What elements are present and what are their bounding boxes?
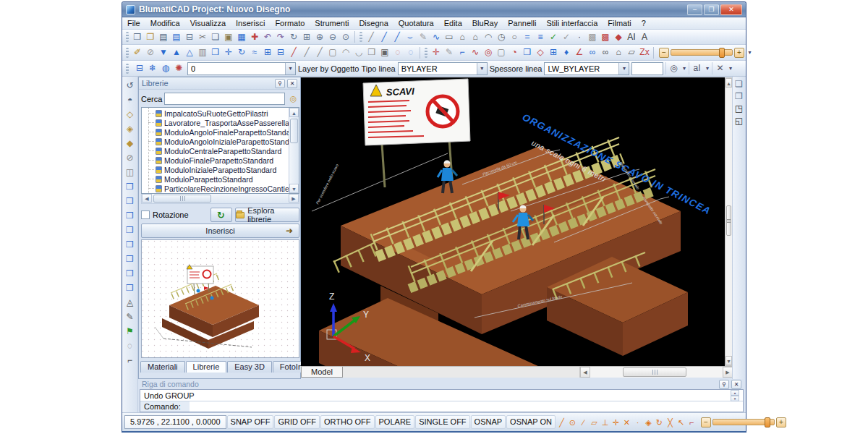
status-toggle[interactable]: OSNAP ON bbox=[506, 415, 556, 429]
chamfer-icon[interactable]: ◠ bbox=[339, 46, 352, 59]
scroll-thumb[interactable] bbox=[153, 195, 211, 203]
render-region-icon[interactable]: ◫ bbox=[124, 165, 137, 179]
status-toggle[interactable]: GRID OFF bbox=[274, 415, 320, 429]
scroll-track[interactable] bbox=[289, 117, 299, 184]
toolbar-grip[interactable] bbox=[126, 48, 129, 58]
color-swatch[interactable] bbox=[631, 62, 663, 75]
inserisci-button[interactable]: Inserisci ➜ bbox=[141, 224, 299, 238]
scroll-up-icon[interactable]: ▲ bbox=[289, 108, 299, 117]
slider-plus-button[interactable]: + bbox=[776, 417, 786, 427]
scroll-down-icon[interactable]: ▼ bbox=[726, 356, 732, 365]
maximize-button[interactable]: ❐ bbox=[704, 4, 719, 15]
layers-copy-icon[interactable]: ❏ bbox=[733, 78, 746, 90]
library-item[interactable]: ModuloCentraleParapettoStandard bbox=[142, 146, 289, 156]
fillet-icon[interactable]: ◡ bbox=[352, 46, 365, 59]
model-tab[interactable]: Model bbox=[301, 367, 343, 378]
panel-tab[interactable]: Materiali bbox=[140, 361, 185, 373]
library-item[interactable]: Lavoratore_TrasportaAssePasserella bbox=[142, 118, 289, 127]
scroll-thumb[interactable] bbox=[290, 119, 298, 143]
osnap-intersection-icon[interactable]: ✕ bbox=[621, 417, 632, 428]
curve-edit-icon[interactable]: ∿ bbox=[469, 46, 482, 59]
move-icon[interactable]: ✛ bbox=[222, 46, 235, 59]
ruler-icon[interactable]: ⌐ bbox=[124, 353, 137, 367]
osnap-endpoint-icon[interactable]: ╱ bbox=[556, 417, 567, 428]
snap-add-icon[interactable]: ✛ bbox=[430, 46, 443, 59]
close-icon[interactable]: ✕ bbox=[287, 79, 297, 88]
pie-icon[interactable]: ◔ bbox=[508, 46, 521, 59]
osnap-quadrant-icon[interactable]: ◈ bbox=[643, 417, 654, 428]
text-multiline-icon[interactable]: AI bbox=[625, 31, 638, 43]
scroll-left-icon[interactable]: ◀ bbox=[580, 367, 590, 378]
verify-icon[interactable]: ✓ bbox=[547, 31, 560, 43]
zoom-extents-icon[interactable]: ⊙ bbox=[339, 31, 352, 43]
corner-icon[interactable]: ▢ bbox=[326, 46, 339, 59]
no-render-icon[interactable]: ⊘ bbox=[124, 150, 137, 165]
scroll-left-icon[interactable]: ◀ bbox=[142, 194, 152, 203]
scroll-track[interactable] bbox=[590, 367, 723, 378]
plane-icon[interactable]: ▱ bbox=[625, 46, 638, 59]
close-button[interactable]: ✕ bbox=[720, 4, 742, 15]
insert-block-icon[interactable]: ✚ bbox=[248, 31, 261, 43]
pin-icon[interactable]: ⚲ bbox=[719, 380, 729, 389]
slider-options-icon[interactable]: ▾ bbox=[746, 49, 754, 56]
open-file-icon[interactable]: ❐ bbox=[144, 31, 157, 43]
menu-item[interactable]: Edita bbox=[439, 17, 467, 29]
view-cube-back-icon[interactable]: ❒ bbox=[124, 252, 137, 266]
step-down-icon[interactable]: ▾ bbox=[731, 396, 739, 401]
parallel-lines-icon[interactable]: = bbox=[521, 31, 534, 43]
union-icon[interactable]: ◳ bbox=[733, 103, 746, 115]
osnap-extension-icon[interactable]: ╳ bbox=[665, 417, 676, 428]
command-input[interactable] bbox=[190, 401, 743, 412]
library-item[interactable]: ModuloFinaleParapettoStandard bbox=[142, 156, 289, 165]
zoom-out-icon[interactable]: ⊖ bbox=[326, 31, 339, 43]
new-file-icon[interactable]: ❒ bbox=[131, 31, 144, 43]
freeze-layer-icon[interactable]: ❄ bbox=[146, 62, 159, 75]
layer-drop-icon[interactable]: ▼ bbox=[157, 46, 170, 59]
undo-icon[interactable]: ↶ bbox=[261, 31, 274, 43]
image-insert-icon[interactable]: ▥ bbox=[196, 46, 209, 59]
printer-layer-icon[interactable]: ⊟ bbox=[133, 62, 146, 75]
panel-tab[interactable]: Librerie bbox=[186, 361, 227, 373]
status-toggle[interactable]: POLARE bbox=[375, 415, 415, 429]
menu-item[interactable]: Pannelli bbox=[503, 17, 541, 29]
cut-icon[interactable]: ✂ bbox=[196, 31, 209, 43]
menu-item[interactable]: Visualizza bbox=[185, 17, 231, 29]
table-icon[interactable]: ⊞ bbox=[547, 46, 560, 59]
layer-globe-icon[interactable]: ◍ bbox=[159, 62, 172, 75]
ellipse-icon[interactable]: ○ bbox=[508, 31, 521, 43]
trim-icon[interactable]: ╱ bbox=[287, 46, 300, 59]
minimize-button[interactable]: – bbox=[687, 4, 702, 15]
arc-3pt-icon[interactable]: ⌣ bbox=[404, 31, 417, 43]
library-item[interactable]: ParticolareRecinzioneIngressoCantiere bbox=[142, 184, 289, 193]
extend-icon[interactable]: ╱ bbox=[300, 46, 313, 59]
box-3d-icon[interactable]: ❒ bbox=[521, 46, 534, 59]
line-icon[interactable]: ╱ bbox=[365, 31, 378, 43]
osnap-apparent-icon[interactable]: ▱ bbox=[589, 417, 600, 428]
mirror-3d-icon[interactable]: △ bbox=[183, 46, 196, 59]
scroll-right-icon[interactable]: ▶ bbox=[723, 367, 733, 378]
find-replace-icon[interactable]: ∞ bbox=[599, 46, 612, 59]
search-input[interactable] bbox=[164, 93, 285, 105]
viewport-canvas[interactable]: SCAVI bbox=[301, 77, 725, 366]
slider-minus-button[interactable]: − bbox=[701, 417, 711, 427]
print-icon[interactable]: ⊟ bbox=[183, 31, 196, 43]
pin-icon[interactable]: ⚲ bbox=[275, 79, 285, 88]
match-properties-icon[interactable]: ⊘ bbox=[144, 46, 157, 59]
paste-special-icon[interactable]: ▦ bbox=[235, 31, 248, 43]
polygon-center-icon[interactable]: ⌂ bbox=[469, 31, 482, 43]
circle-edit-icon[interactable]: ◎ bbox=[482, 46, 495, 59]
search-icon[interactable]: ◎ bbox=[287, 93, 299, 105]
shade-view-icon[interactable]: ◓ bbox=[124, 93, 137, 107]
extrude-icon[interactable]: ♦ bbox=[560, 46, 573, 59]
toolbar-grip[interactable] bbox=[359, 32, 362, 42]
mini-tool-icon[interactable]: ◎ bbox=[667, 62, 680, 75]
mini-tool-icon[interactable]: ✕ bbox=[713, 62, 726, 75]
link-check-icon[interactable]: ✓ bbox=[560, 31, 573, 43]
status-toggle[interactable]: SNAP OFF bbox=[227, 415, 274, 429]
chevron-down-icon[interactable]: ▾ bbox=[726, 65, 734, 72]
spessore-combo[interactable]: LW_BYLAYER ▾ bbox=[544, 62, 629, 75]
redo-icon[interactable]: ↷ bbox=[274, 31, 287, 43]
fill-icon[interactable]: ◆ bbox=[612, 31, 625, 43]
zoom-select-icon[interactable]: ◌ bbox=[404, 46, 417, 59]
step-up-icon[interactable]: ▴ bbox=[731, 390, 739, 396]
